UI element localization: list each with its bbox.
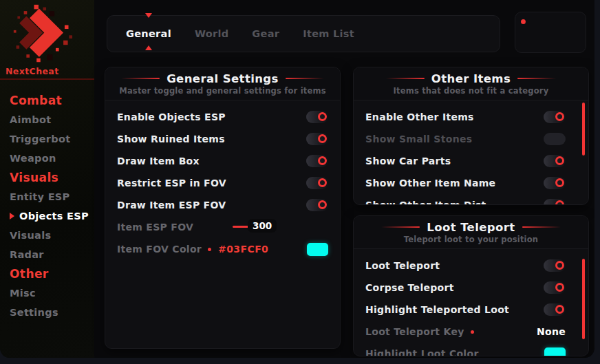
toggle-show-other-item-name[interactable]	[544, 177, 566, 189]
nav-section-other: Other	[10, 264, 92, 283]
setting-label: Enable Objects ESP	[117, 111, 226, 122]
toggle-show-small-stones[interactable]	[544, 133, 566, 145]
brand-name: NextCheat	[6, 66, 59, 76]
toggle-highlight-teleported-loot[interactable]	[544, 303, 566, 316]
toggle-show-car-parts[interactable]	[544, 155, 566, 167]
toggle-restrict-esp-in-fov[interactable]	[306, 177, 328, 189]
toggle-draw-item-box[interactable]	[306, 155, 328, 167]
tab-bar: General World Gear Item List	[107, 15, 500, 52]
setting-row: Show Small Stones	[354, 128, 588, 150]
toggle-knob	[318, 112, 327, 121]
panel-scrollbar[interactable]	[582, 259, 585, 339]
settings-rows: Enable Other Items Show Small Stones Sho…	[354, 100, 588, 205]
slider-label: Item ESP FOV	[117, 222, 193, 233]
panel-subtitle: Master toggle and general settings for i…	[119, 86, 326, 96]
panel-title: Other Items	[431, 72, 511, 85]
setting-label: Draw Item Box	[117, 156, 200, 167]
setting-label: Loot Teleport	[365, 260, 440, 271]
panel-title: General Settings	[167, 72, 279, 85]
item-fov-color-swatch[interactable]	[307, 243, 328, 256]
setting-label: Show Other Item Dist	[365, 200, 486, 205]
setting-row: Draw Item Box	[105, 150, 340, 172]
tab-label: World	[195, 28, 228, 39]
setting-label: Show Small Stones	[365, 133, 472, 144]
color-label: Item FOV Color	[117, 244, 202, 255]
nav-item-settings[interactable]: Settings	[10, 303, 92, 322]
title-line-left	[121, 78, 160, 79]
toggle-knob	[318, 156, 327, 165]
title-line-right	[522, 226, 561, 228]
setting-row: Enable Other Items	[354, 106, 588, 128]
panel-scrollbar[interactable]	[582, 103, 585, 156]
panel-subtitle: Items that does not fit a category	[394, 86, 549, 96]
panel-title: Loot Teleport	[427, 221, 515, 234]
nav-item-objects-esp[interactable]: Objects ESP	[10, 206, 92, 226]
keybind-label: Loot Teleport Key	[365, 326, 464, 337]
loot-teleport-key-value[interactable]: None	[537, 326, 566, 337]
color-label: Highlight Loot Color	[365, 348, 479, 356]
tab-label: General	[126, 28, 171, 39]
toggle-enable-other-items[interactable]	[544, 111, 566, 123]
toggle-show-ruined-items[interactable]	[306, 133, 328, 145]
status-panel	[515, 12, 586, 53]
nav-item-triggerbot[interactable]: Triggerbot	[10, 129, 92, 149]
nav-item-weapon[interactable]: Weapon	[10, 149, 92, 168]
tab-general[interactable]: General	[114, 16, 183, 52]
panel-subtitle: Teleport loot to your position	[404, 235, 539, 244]
tab-world[interactable]: World	[183, 16, 240, 52]
toggle-knob	[555, 283, 564, 292]
color-hex-value: #03FCF0	[218, 244, 268, 255]
color-row-clipped: Highlight Loot Color	[354, 343, 588, 356]
toggle-corpse-teleport[interactable]	[544, 281, 566, 294]
sidebar: NextCheat Combat Aimbot Triggerbot Weapo…	[0, 0, 94, 358]
nav-item-label: Objects ESP	[19, 206, 89, 226]
title-line-left	[381, 226, 420, 228]
panel-general-settings: General Settings Master toggle and gener…	[105, 67, 341, 349]
item-esp-fov-slider[interactable]: 300	[233, 216, 328, 238]
nav-item-entity-esp[interactable]: Entity ESP	[10, 187, 92, 206]
tab-active-marker-bottom-icon	[145, 45, 152, 50]
slider-row: Item ESP FOV 300	[105, 216, 340, 238]
title-line-left	[386, 78, 425, 79]
status-dot-icon	[521, 19, 526, 24]
setting-label: Show Car Parts	[365, 156, 451, 167]
setting-label: Show Ruined Items	[117, 133, 225, 144]
modified-dot-icon	[471, 330, 474, 334]
toggle-loot-teleport[interactable]	[544, 259, 566, 272]
tab-item-list[interactable]: Item List	[291, 16, 366, 52]
nav-item-misc[interactable]: Misc	[10, 283, 92, 303]
sidebar-divider	[0, 78, 94, 80]
color-row: Item FOV Color #03FCF0	[105, 238, 340, 260]
panel-loot-teleport: Loot Teleport Teleport loot to your posi…	[353, 215, 589, 356]
panel-header: General Settings Master toggle and gener…	[105, 67, 340, 100]
toggle-knob	[555, 305, 564, 314]
tab-gear[interactable]: Gear	[240, 16, 291, 52]
toggle-show-other-item-dist[interactable]	[544, 199, 566, 205]
keybind-row: Loot Teleport Key None	[354, 321, 588, 343]
highlight-loot-color-swatch[interactable]	[544, 347, 566, 357]
sidebar-nav: Combat Aimbot Triggerbot Weapon Visuals …	[10, 91, 92, 322]
toggle-knob	[555, 178, 564, 187]
nav-item-aimbot[interactable]: Aimbot	[10, 110, 92, 129]
modified-dot-icon	[208, 248, 211, 251]
toggle-knob	[555, 200, 564, 205]
toggle-enable-objects-esp[interactable]	[306, 111, 328, 123]
setting-row: Restrict ESP in FOV	[105, 172, 340, 194]
setting-row: Show Other Item Name	[354, 172, 588, 194]
setting-label: Highlight Teleported Loot	[365, 304, 509, 315]
nav-item-visuals[interactable]: Visuals	[10, 226, 92, 245]
settings-rows: Enable Objects ESP Show Ruined Items Dra…	[105, 100, 340, 260]
tab-label: Item List	[303, 28, 354, 39]
setting-row: Show Car Parts	[354, 150, 588, 172]
toggle-knob	[318, 200, 327, 209]
toggle-knob	[555, 261, 564, 270]
toggle-knob	[318, 134, 327, 143]
setting-label: Draw Item ESP FOV	[117, 200, 226, 211]
nav-item-radar[interactable]: Radar	[10, 245, 92, 264]
toggle-knob	[555, 112, 564, 121]
setting-label: Show Other Item Name	[365, 178, 495, 189]
panel-header: Other Items Items that does not fit a ca…	[354, 67, 588, 100]
nextcheat-logo	[8, 3, 85, 64]
setting-row: Loot Teleport	[354, 255, 588, 277]
toggle-draw-item-esp-fov[interactable]	[306, 199, 328, 211]
